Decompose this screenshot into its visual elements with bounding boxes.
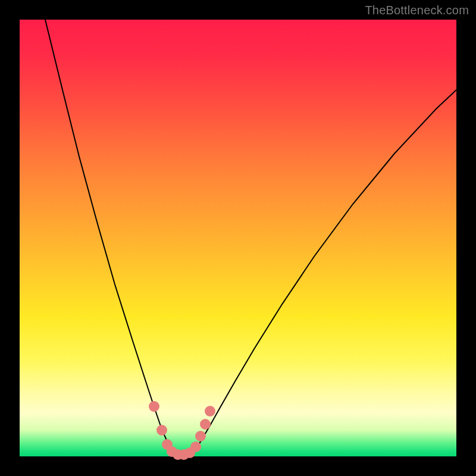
marker-dot [195,431,206,441]
marker-dot [190,441,201,452]
left-curve-path [45,20,176,456]
curve-layer [20,20,456,456]
marker-dot [149,401,159,412]
chart-frame: TheBottleneck.com [0,0,476,476]
watermark-text: TheBottleneck.com [365,4,469,17]
marker-dot [205,406,215,416]
marker-dot [200,419,211,430]
right-curve-path [191,90,456,456]
marker-dot [156,425,167,436]
marker-group [149,401,215,460]
